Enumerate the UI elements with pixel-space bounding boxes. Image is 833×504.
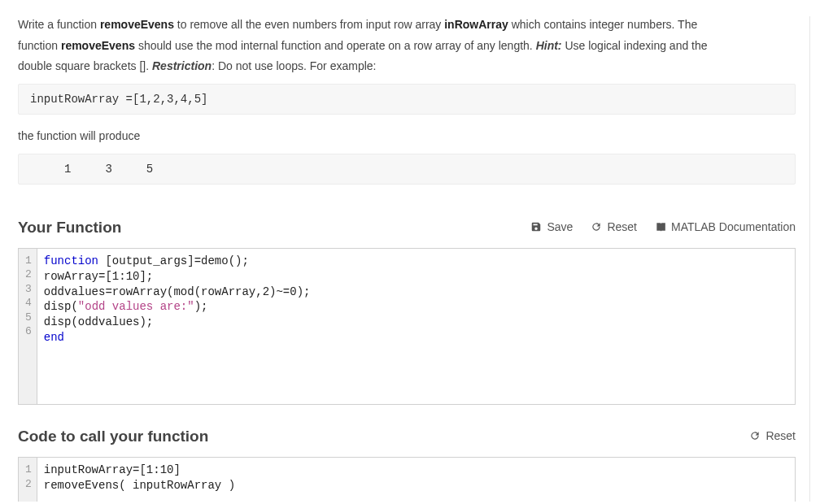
text: to remove all the even numbers from inpu…: [174, 18, 444, 31]
code-line[interactable]: disp("odd values are:");: [44, 299, 788, 315]
line-number: 2: [25, 267, 32, 282]
reset-label: Reset: [607, 220, 637, 233]
docs-label: MATLAB Documentation: [671, 220, 796, 233]
problem-statement: Write a function removeEvens to remove a…: [18, 16, 833, 76]
line-number: 2: [25, 477, 32, 492]
restriction-label: Restriction: [152, 59, 212, 72]
text: Use logical indexing and the: [562, 39, 708, 52]
line-number: 3: [25, 282, 32, 297]
text: double square brackets [].: [18, 59, 152, 72]
text: : Do not use loops. For example:: [212, 59, 376, 72]
your-function-title: Your Function: [18, 219, 121, 237]
fn-name: removeEvens: [61, 39, 135, 52]
hint-label: Hint:: [536, 39, 562, 52]
code-line[interactable]: rowArray=[1:10];: [44, 269, 788, 285]
arg-name: inRowArray: [444, 18, 508, 31]
text: function: [18, 39, 61, 52]
your-function-editor[interactable]: 123456 function [output_args]=demo();row…: [18, 248, 796, 405]
code-line[interactable]: removeEvens( inputRowArray ): [44, 478, 788, 493]
code-area[interactable]: function [output_args]=demo();rowArray=[…: [37, 249, 795, 404]
code-line[interactable]: disp(oddvalues);: [44, 315, 788, 330]
line-number: 5: [25, 311, 32, 325]
code-line[interactable]: end: [44, 330, 788, 345]
example-output-code: 1 3 5: [18, 154, 796, 185]
code-line[interactable]: oddvalues=rowArray(mod(rowArray,2)~=0);: [44, 285, 788, 300]
editor-toolbar: Save Reset MATLAB Documentation: [530, 220, 796, 233]
reset-icon: [749, 430, 761, 441]
text: which contains integer numbers. The: [508, 18, 697, 31]
code-area[interactable]: inputRowArray=[1:10]removeEvens( inputRo…: [37, 458, 795, 502]
line-number: 1: [25, 463, 32, 477]
text: Write a function: [18, 18, 100, 31]
line-number: 6: [25, 324, 32, 339]
example-after-text: the function will produce: [18, 128, 833, 146]
book-icon: [655, 221, 666, 232]
call-reset-button[interactable]: Reset: [749, 429, 796, 442]
reset-button[interactable]: Reset: [591, 220, 637, 233]
code-line[interactable]: inputRowArray=[1:10]: [44, 463, 788, 478]
save-button[interactable]: Save: [530, 220, 573, 233]
call-function-title: Code to call your function: [18, 428, 208, 445]
code-line[interactable]: function [output_args]=demo();: [44, 254, 788, 269]
line-gutter: 12: [19, 458, 37, 502]
save-icon: [530, 221, 542, 232]
line-number: 4: [25, 296, 32, 311]
call-toolbar: Reset: [749, 429, 796, 442]
example-input-code: inputRowArray =[1,2,3,4,5]: [18, 84, 796, 115]
docs-link[interactable]: MATLAB Documentation: [655, 220, 796, 233]
save-label: Save: [547, 220, 573, 233]
call-reset-label: Reset: [765, 429, 796, 442]
call-function-editor[interactable]: 12 inputRowArray=[1:10]removeEvens( inpu…: [18, 457, 796, 502]
text: should use the mod internal function and…: [135, 39, 536, 52]
fn-name: removeEvens: [100, 18, 174, 31]
line-gutter: 123456: [19, 249, 37, 404]
line-number: 1: [25, 254, 32, 268]
reset-icon: [591, 221, 602, 232]
